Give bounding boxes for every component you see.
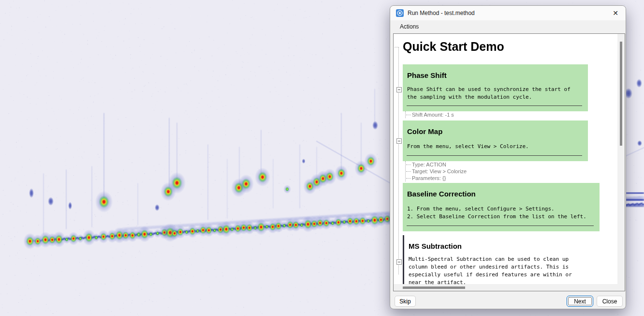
scrollbar-corner [617,284,625,291]
vertical-scrollbar[interactable] [617,34,625,284]
step-title: MS Subtraction [409,242,462,250]
tree-collapse-icon[interactable] [396,259,402,265]
step-body: From the menu, select View > Colorize. [407,143,529,150]
step-title: Phase Shift [407,71,447,79]
step-title: Color Map [407,127,442,135]
horizontal-scrollbar[interactable] [394,284,617,291]
step-body: Phase Shift can be used to synchronize t… [407,86,571,101]
step-phase-shift-params: Shift Amount: -1 s [405,111,454,118]
step-body: 1. From the menu, select Configure > Set… [407,205,586,221]
param-item[interactable]: Parameters: {} [412,175,467,181]
param-item[interactable]: Type: ACTION [412,161,467,168]
menubar: Actions [390,20,626,33]
method-steps-view[interactable]: Quick Start Demo Phase Shift Phase Shift… [394,34,617,284]
app-icon [396,9,404,17]
dialog-title: Run Method - test.method [408,10,475,16]
horizontal-scrollbar-thumb[interactable] [403,286,465,289]
skip-button[interactable]: Skip [395,296,416,307]
step-underline [407,105,582,106]
run-method-dialog: Run Method - test.method ✕ Actions Quick… [390,5,626,309]
step-color-map-params: Type: ACTION Target: View > Colorize Par… [405,161,467,181]
tree-collapse-icon[interactable] [396,138,402,144]
step-underline [407,226,594,226]
next-button[interactable]: Next [567,296,593,307]
step-phase-shift[interactable]: Phase Shift Phase Shift can be used to s… [403,64,588,111]
tree-root-connector [395,47,399,47]
doc-title: Quick Start Demo [403,40,504,54]
dialog-titlebar[interactable]: Run Method - test.method ✕ [390,6,626,20]
step-body: Multi-Spectral Subtraction can be used t… [409,256,572,284]
close-button[interactable]: Close [597,296,623,307]
step-ms-subtraction[interactable]: MS Subtraction Multi-Spectral Subtractio… [403,235,600,284]
step-baseline-correction[interactable]: Baseline Correction 1. From the menu, se… [403,183,600,231]
vertical-scrollbar-thumb[interactable] [620,42,622,146]
tree-collapse-icon[interactable] [396,87,402,92]
param-item[interactable]: Target: View > Colorize [412,168,467,175]
step-title: Baseline Correction [407,190,476,198]
step-underline [407,155,582,156]
tree-guide-line [398,47,399,274]
desktop: Run Method - test.method ✕ Actions Quick… [0,0,644,316]
close-icon[interactable]: ✕ [610,8,621,18]
param-item[interactable]: Shift Amount: -1 s [412,111,454,118]
step-color-map[interactable]: Color Map From the menu, select View > C… [403,120,588,161]
method-steps-panel: Quick Start Demo Phase Shift Phase Shift… [393,33,625,291]
menu-actions[interactable]: Actions [398,23,421,30]
